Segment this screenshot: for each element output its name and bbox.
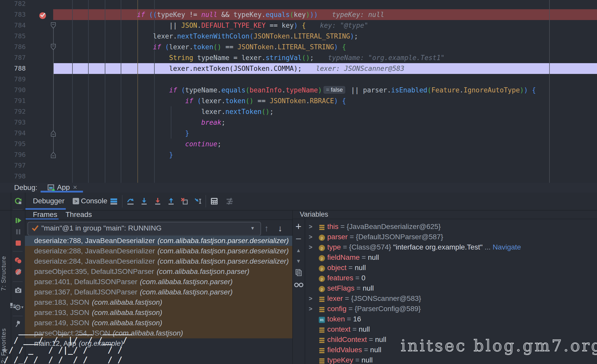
pause-icon[interactable] (14, 228, 22, 236)
tab-debugger[interactable]: Debugger (33, 193, 64, 209)
variable-row[interactable]: psetFlags = null (305, 283, 595, 293)
force-step-into-icon[interactable] (154, 197, 162, 205)
code-line[interactable]: if (typeName.equals(beanInfo.typeName)=f… (169, 85, 536, 95)
variable-row[interactable]: >pparser = {DefaultJSONParser@587} (305, 232, 595, 242)
mute-breakpoints-icon[interactable] (14, 268, 22, 276)
expand-chevron-icon[interactable]: > (309, 222, 312, 232)
variable-row[interactable]: 01token = 16 (305, 314, 595, 324)
frame-package: (com.alibaba.fastjson.parser) (157, 267, 249, 275)
code-token: ( (165, 43, 169, 51)
frame-up-icon[interactable]: ↑ (264, 222, 269, 235)
stack-frame-row[interactable]: parse:1401, DefaultJSONParser(com.alibab… (25, 277, 292, 287)
stack-frame-row[interactable]: deserialze:788, JavaBeanDeserializer(com… (25, 236, 292, 246)
evaluated-value-chip: =false (323, 86, 345, 94)
line-number: 790 (0, 85, 26, 95)
expand-chevron-icon[interactable]: > (309, 232, 312, 242)
line-number: 798 (0, 171, 26, 182)
code-line[interactable]: String typeName = lexer.stringVal();type… (169, 52, 445, 63)
console-icon: > (73, 198, 79, 204)
variable-row[interactable]: context = null (305, 324, 595, 334)
line-number: 789 (0, 74, 26, 85)
code-token: if (137, 11, 145, 18)
stack-frame-row[interactable]: deserialze:288, JavaBeanDeserializer(com… (25, 246, 292, 256)
stack-frame-row[interactable]: parseObject:395, DefaultJSONParser(com.a… (25, 266, 292, 277)
expand-chevron-icon[interactable]: > (309, 304, 312, 314)
view-breakpoints-icon[interactable] (14, 257, 22, 264)
expand-chevron-icon[interactable]: > (309, 293, 312, 304)
stack-frame-row[interactable]: parse:183, JSON(com.alibaba.fastjson) (25, 297, 292, 308)
stack-frame-row[interactable]: parse:1367, DefaultJSONParser(com.alibab… (25, 287, 292, 297)
code-token: ) (306, 11, 310, 18)
code-line[interactable]: lexer.nextTokenWithColon(JSONToken.LITER… (153, 31, 358, 42)
run-to-cursor-icon[interactable] (194, 197, 202, 205)
variable-row[interactable]: >lexer = {JSONScanner@583} (305, 293, 595, 304)
panel-divider[interactable] (292, 210, 293, 364)
code-token: key (282, 22, 294, 29)
code-token (298, 22, 302, 29)
debugger-tab-underline (25, 208, 66, 210)
variable-row[interactable]: typeKey = null (305, 355, 595, 364)
code-line[interactable]: lexer.nextToken(JSONToken.COMMA);lexer: … (169, 63, 404, 74)
step-out-icon[interactable] (167, 197, 175, 205)
code-line[interactable]: if (lexer.token() == JSONToken.RBRACE) { (185, 95, 346, 106)
frame-method: parse:1367, DefaultJSONParser (34, 288, 137, 296)
line-number: 795 (0, 139, 26, 149)
breakpoint-icon[interactable] (39, 12, 46, 20)
tab-console[interactable]: Console (81, 193, 107, 209)
fold-expand-icon[interactable] (51, 130, 56, 138)
code-line[interactable]: break; (201, 117, 225, 128)
evaluate-expression-icon[interactable] (210, 197, 218, 205)
code-token: typeName (286, 86, 318, 94)
code-token (193, 97, 197, 105)
variable-row[interactable]: pobject = null (305, 263, 595, 273)
frame-down-icon[interactable]: ↓ (278, 222, 282, 235)
line-number: 783 (0, 9, 26, 20)
code-token: key (294, 11, 306, 18)
code-token: ) (318, 86, 322, 94)
fold-expand-icon[interactable] (51, 152, 56, 159)
code-token: DEFAULT_TYPE_KEY (201, 22, 265, 29)
svg-text:p: p (321, 256, 323, 261)
code-token (161, 43, 165, 51)
code-editor[interactable]: 782783if ((typeKey != null && typeKey.eq… (0, 0, 597, 183)
rerun-icon[interactable] (14, 197, 22, 205)
stop-icon[interactable] (14, 239, 22, 247)
code-line[interactable]: } (169, 149, 173, 160)
code-token: JSONToken (237, 43, 274, 51)
variable-row[interactable]: >this = {JavaBeanDeserializer@625} (305, 222, 595, 232)
code-line[interactable]: lexer.nextToken(); (201, 106, 274, 117)
tab-threads[interactable]: Threads (66, 210, 92, 219)
navigate-link[interactable]: Navigate (493, 243, 521, 251)
fold-collapse-icon[interactable] (51, 22, 56, 30)
resume-icon[interactable] (14, 217, 22, 224)
chevron-down-icon: ▼ (250, 222, 255, 234)
variable-name: this (327, 223, 339, 231)
code-line[interactable]: if ((typeKey != null && typeKey.equals(k… (137, 9, 384, 20)
code-line[interactable]: } (185, 128, 189, 139)
variable-row[interactable]: pfeatures = 0 (305, 273, 595, 283)
frame-method: parse:1401, DefaultJSONParser (34, 278, 137, 286)
drop-frame-icon[interactable] (181, 197, 188, 205)
variable-value: null (363, 284, 374, 292)
step-over-icon[interactable] (127, 197, 134, 205)
code-line[interactable]: continue; (185, 139, 221, 149)
code-token: String (169, 54, 193, 62)
step-into-icon[interactable] (140, 197, 148, 205)
fold-collapse-icon[interactable] (51, 44, 56, 51)
stack-frame-row[interactable]: parse:193, JSON(com.alibaba.fastjson) (25, 308, 292, 318)
stack-frame-row[interactable]: deserialze:284, JavaBeanDeserializer(com… (25, 256, 292, 266)
thread-selector[interactable]: "main"@1 in group "main": RUNNING ▼ (27, 222, 261, 236)
thread-dump-camera-icon[interactable] (14, 286, 22, 294)
show-execution-point-icon[interactable] (110, 197, 118, 205)
variable-row[interactable]: >ptype = {Class@574} "interface org.exam… (305, 242, 595, 252)
code-token (528, 86, 532, 94)
sidebar-item-structure[interactable]: 7: Structure (0, 246, 10, 300)
variable-row[interactable]: >config = {ParserConfig@589} (305, 304, 595, 314)
tab-frames[interactable]: Frames (33, 210, 57, 219)
code-line[interactable]: || JSON.DEFAULT_TYPE_KEY == key) {key: "… (169, 20, 368, 31)
variable-row[interactable]: pfieldName = null (305, 252, 595, 263)
expand-chevron-icon[interactable]: > (309, 242, 312, 252)
variable-name: type (327, 243, 341, 251)
code-token: stringVal (266, 54, 302, 62)
code-line[interactable]: if (lexer.token() == JSONToken.LITERAL_S… (153, 42, 346, 52)
